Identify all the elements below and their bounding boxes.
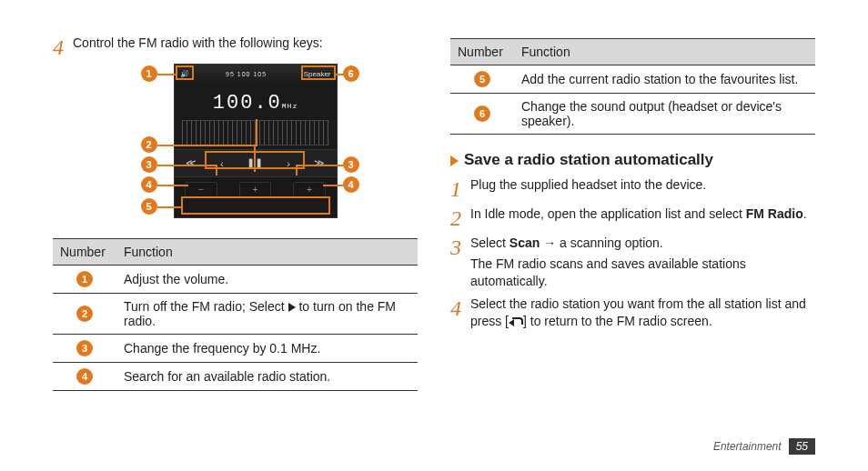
preset-bar: 95 100 105	[226, 71, 267, 77]
footer-section: Entertainment	[713, 440, 782, 453]
table-row: 1 Adjust the volume.	[53, 266, 418, 294]
table-row: 3 Change the frequency by 0.1 MHz.	[53, 335, 418, 363]
table-row: 6 Change the sound output (headset or de…	[450, 94, 815, 135]
step-number: 4	[53, 35, 73, 58]
section-heading: Save a radio station automatically	[450, 151, 815, 169]
hl-speaker	[301, 65, 336, 80]
table-row: 2 Turn off the FM radio; Select to turn …	[53, 294, 418, 335]
return-icon	[509, 317, 523, 326]
step-2: 2 In Idle mode, open the application lis…	[450, 205, 815, 229]
th-number: Number	[53, 239, 116, 266]
th-number: Number	[450, 39, 514, 65]
step-text: Control the FM radio with the following …	[73, 35, 323, 58]
table-row: 5 Add the current radio station to the f…	[450, 65, 815, 94]
callout-3r: 3	[343, 156, 359, 173]
rewind-icon: ≪	[186, 157, 197, 169]
callout-1: 1	[141, 65, 157, 82]
th-function: Function	[116, 239, 418, 266]
plus2-btn: +	[293, 182, 326, 197]
hl-volume	[176, 65, 194, 80]
step-4r: 4 Select the radio station you want from…	[450, 296, 815, 330]
function-table-right: Number Function 5 Add the current radio …	[450, 38, 815, 135]
radio-diagram: 🔊 95 100 105 Speaker 100.0MHz ≪ ‹ ❚❚ › ≫	[136, 64, 336, 227]
callout-5: 5	[141, 198, 157, 215]
forward-icon: ≫	[314, 157, 325, 169]
chevron-icon	[450, 155, 459, 166]
step-3: 3 Select Scan → a scanning option. The F…	[450, 235, 815, 290]
hl-bottom	[181, 196, 330, 215]
page-number: 55	[789, 438, 815, 455]
callout-6: 6	[343, 65, 359, 82]
minus-btn: −	[185, 182, 217, 197]
callout-2: 2	[141, 136, 157, 153]
play-icon	[288, 303, 296, 312]
row2-func: Turn off the FM radio; Select to turn on…	[116, 294, 418, 335]
dial	[182, 120, 329, 145]
th-function: Function	[514, 39, 815, 65]
function-table-left: Number Function 1 Adjust the volume. 2 T…	[53, 238, 418, 391]
frequency-display: 100.0MHz	[175, 83, 337, 116]
radio-body: 🔊 95 100 105 Speaker 100.0MHz ≪ ‹ ❚❚ › ≫	[174, 64, 338, 218]
step-1: 1 Plug the supplied headset into the dev…	[450, 176, 815, 200]
callout-4r: 4	[343, 176, 359, 193]
step-4: 4 Control the FM radio with the followin…	[53, 35, 418, 58]
callout-4l: 4	[141, 176, 157, 193]
callout-3l: 3	[141, 156, 157, 173]
table-row: 4 Search for an available radio station.	[53, 363, 418, 391]
plus-btn: +	[239, 182, 272, 197]
page-footer: Entertainment 55	[713, 438, 815, 455]
